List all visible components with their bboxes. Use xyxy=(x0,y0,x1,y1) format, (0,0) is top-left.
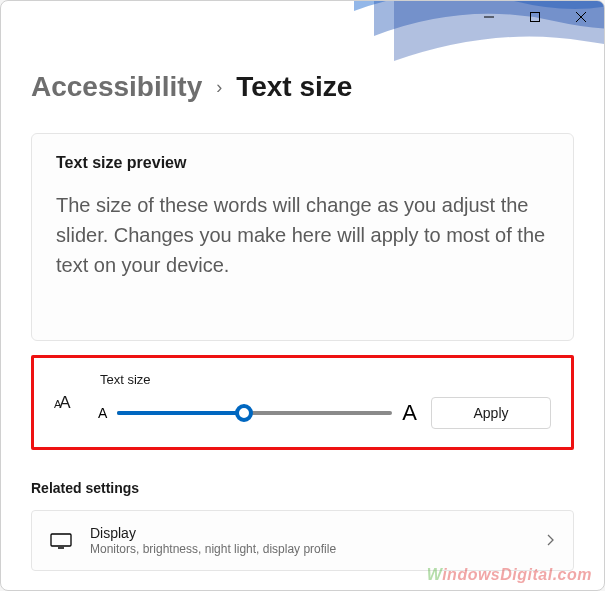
text-size-icon: AA xyxy=(54,393,84,413)
slider-group: A A xyxy=(98,400,417,426)
page-title: Text size xyxy=(236,71,352,103)
svg-rect-4 xyxy=(51,534,71,546)
display-link-title: Display xyxy=(90,525,529,541)
display-link-subtitle: Monitors, brightness, night light, displ… xyxy=(90,542,529,556)
window-controls xyxy=(466,1,604,33)
display-settings-text: Display Monitors, brightness, night ligh… xyxy=(90,525,529,556)
minimize-button[interactable] xyxy=(466,1,512,33)
preview-sample-text: The size of these words will change as y… xyxy=(56,190,549,280)
slider-max-label: A xyxy=(402,400,417,426)
chevron-right-icon xyxy=(547,532,555,550)
text-size-slider[interactable] xyxy=(117,403,392,423)
chevron-right-icon: › xyxy=(216,77,222,98)
preview-heading: Text size preview xyxy=(56,154,549,172)
slider-thumb[interactable] xyxy=(235,404,253,422)
display-icon xyxy=(50,533,72,549)
svg-rect-1 xyxy=(531,13,540,22)
text-size-control-section: Text size AA A A Apply xyxy=(31,355,574,450)
breadcrumb: Accessibility › Text size xyxy=(31,71,574,103)
watermark: WWindowsDigital.comindowsDigital.com xyxy=(427,566,592,584)
slider-fill xyxy=(117,411,243,415)
maximize-button[interactable] xyxy=(512,1,558,33)
text-preview-card: Text size preview The size of these word… xyxy=(31,133,574,341)
slider-row: AA A A Apply xyxy=(54,397,551,429)
breadcrumb-parent[interactable]: Accessibility xyxy=(31,71,202,103)
display-settings-link[interactable]: Display Monitors, brightness, night ligh… xyxy=(31,510,574,571)
slider-min-label: A xyxy=(98,405,107,421)
settings-content: Accessibility › Text size Text size prev… xyxy=(1,1,604,591)
related-settings-heading: Related settings xyxy=(31,480,574,496)
apply-button[interactable]: Apply xyxy=(431,397,551,429)
close-button[interactable] xyxy=(558,1,604,33)
slider-label: Text size xyxy=(100,372,551,387)
settings-window: Accessibility › Text size Text size prev… xyxy=(0,0,605,591)
